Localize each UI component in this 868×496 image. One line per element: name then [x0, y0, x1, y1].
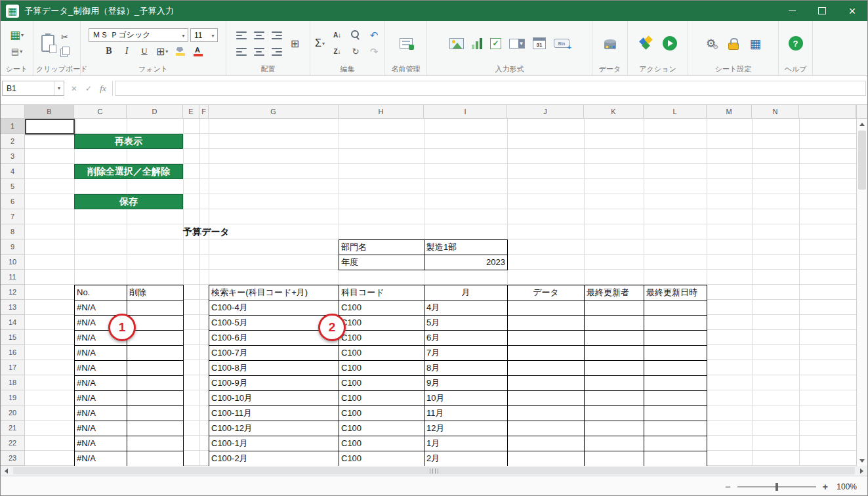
zoom-slider[interactable]: [737, 486, 816, 487]
row-header[interactable]: 20: [1, 405, 25, 421]
copy-icon[interactable]: [60, 47, 70, 57]
shapes-icon[interactable]: [639, 36, 655, 51]
cell-delete[interactable]: [127, 391, 184, 406]
fill-color-icon[interactable]: [172, 44, 188, 58]
cell-data[interactable]: [508, 300, 585, 316]
horizontal-scroll-thumb[interactable]: [13, 467, 855, 474]
minimize-button[interactable]: [777, 1, 807, 21]
protect-sheet-icon[interactable]: [728, 43, 739, 50]
cell-search-key[interactable]: C100-4月: [209, 300, 339, 316]
cell-updated-at[interactable]: [644, 376, 707, 391]
cell-updated-by[interactable]: [585, 376, 644, 391]
year-label-cell[interactable]: 年度: [339, 255, 424, 270]
header-last-updated-by[interactable]: 最終更新者: [585, 285, 644, 300]
redisplay-button[interactable]: 再表示: [74, 134, 183, 149]
cell-updated-by[interactable]: [585, 346, 644, 361]
cell-updated-by[interactable]: [585, 451, 644, 466]
row-header[interactable]: 3: [1, 149, 25, 164]
settings-gear-icon[interactable]: [703, 36, 719, 51]
formula-input[interactable]: [115, 81, 866, 96]
redo-icon[interactable]: [366, 45, 382, 59]
help-icon[interactable]: [789, 36, 803, 51]
cell-search-key[interactable]: C100-8月: [209, 361, 339, 376]
align-right-icon[interactable]: [272, 47, 282, 56]
cell-updated-at[interactable]: [644, 406, 707, 421]
dept-label-cell[interactable]: 部門名: [339, 240, 424, 255]
save-button[interactable]: 保存: [74, 194, 183, 209]
cell-delete[interactable]: [127, 376, 184, 391]
run-icon[interactable]: [663, 36, 677, 51]
font-size-select[interactable]: 11: [190, 28, 218, 42]
cell-month[interactable]: 10月: [424, 391, 508, 406]
cell-no[interactable]: #N/A: [75, 421, 127, 436]
header-no[interactable]: No.: [75, 285, 127, 300]
cell-month[interactable]: 7月: [424, 346, 508, 361]
column-header-G[interactable]: G: [209, 105, 339, 119]
cells-area[interactable]: 再表示 削除全選択／全解除 保存 予算データ 部門名 製造1部 年度 2023: [25, 119, 856, 466]
cell-data[interactable]: [508, 391, 585, 406]
row-header[interactable]: 16: [1, 345, 25, 360]
column-header-I[interactable]: I: [424, 105, 507, 119]
cell-delete[interactable]: [127, 406, 184, 421]
underline-icon[interactable]: [136, 44, 152, 58]
cell-subject-code[interactable]: C100: [339, 331, 424, 346]
cell-subject-code[interactable]: C100: [339, 406, 424, 421]
cell-updated-at[interactable]: [644, 391, 707, 406]
cell-search-key[interactable]: C100-1月: [209, 436, 339, 451]
cell-no[interactable]: #N/A: [75, 406, 127, 421]
column-header-D[interactable]: D: [127, 105, 183, 119]
cell-subject-code[interactable]: C100: [339, 346, 424, 361]
search-icon[interactable]: [348, 28, 363, 43]
row-header[interactable]: 15: [1, 330, 25, 345]
column-header-H[interactable]: H: [339, 105, 424, 119]
chevron-down-icon[interactable]: [54, 81, 64, 95]
cell-delete[interactable]: [127, 421, 184, 436]
cell-data[interactable]: [508, 316, 585, 331]
row-header[interactable]: 4: [1, 164, 25, 179]
cell-data[interactable]: [508, 436, 585, 451]
year-value-cell[interactable]: 2023: [424, 255, 508, 270]
cell-updated-by[interactable]: [585, 436, 644, 451]
cell-no[interactable]: #N/A: [75, 451, 127, 466]
scroll-down-icon[interactable]: [857, 455, 867, 466]
cell-subject-code[interactable]: C100: [339, 376, 424, 391]
cell-month[interactable]: 2月: [424, 451, 508, 466]
row-header[interactable]: 22: [1, 436, 25, 451]
row-header[interactable]: 6: [1, 194, 25, 209]
column-header-N[interactable]: N: [752, 105, 799, 119]
row-header[interactable]: 5: [1, 179, 25, 194]
confirm-entry-icon[interactable]: [81, 81, 96, 96]
sort-desc-icon[interactable]: [329, 45, 345, 59]
vertical-scrollbar[interactable]: [856, 105, 867, 466]
italic-icon[interactable]: [119, 44, 134, 58]
column-header-B[interactable]: B: [25, 105, 74, 119]
zoom-out-button[interactable]: [725, 481, 731, 493]
cell-updated-at[interactable]: [644, 316, 707, 331]
column-header-L[interactable]: L: [644, 105, 707, 119]
row-header[interactable]: 8: [1, 224, 25, 239]
row-header[interactable]: 2: [1, 134, 25, 149]
cell-updated-at[interactable]: [644, 300, 707, 316]
cell-data[interactable]: [508, 451, 585, 466]
sheet-icon[interactable]: [9, 28, 25, 43]
font-family-select[interactable]: ＭＳ Ｐゴシック: [89, 28, 188, 42]
row-header[interactable]: 1: [1, 119, 25, 134]
align-top-icon[interactable]: [236, 31, 247, 40]
cut-icon[interactable]: [57, 30, 73, 45]
cell-no[interactable]: #N/A: [75, 391, 127, 406]
cell-updated-at[interactable]: [644, 436, 707, 451]
bold-icon[interactable]: [101, 44, 117, 58]
cell-month[interactable]: 5月: [424, 316, 508, 331]
cell-updated-by[interactable]: [585, 300, 644, 316]
cell-updated-by[interactable]: [585, 421, 644, 436]
select-all-corner[interactable]: [1, 105, 25, 119]
zoom-in-button[interactable]: [823, 481, 828, 493]
cell-updated-by[interactable]: [585, 331, 644, 346]
cell-updated-at[interactable]: [644, 331, 707, 346]
header-subject-code[interactable]: 科目コード: [339, 285, 424, 300]
cell-search-key[interactable]: C100-12月: [209, 421, 339, 436]
align-center-icon[interactable]: [254, 47, 264, 56]
cell-no[interactable]: #N/A: [75, 376, 127, 391]
row-header[interactable]: 21: [1, 421, 25, 436]
cell-month[interactable]: 12月: [424, 421, 508, 436]
